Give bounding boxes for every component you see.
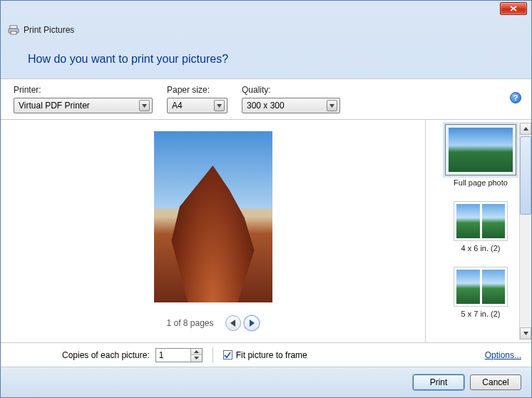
printer-label: Printer: (14, 85, 153, 95)
print-pictures-window: Print Pictures How do you want to print … (0, 0, 532, 398)
paper-size-group: Paper size: A4 (167, 85, 227, 113)
chevron-down-icon (327, 100, 337, 111)
footer: Print Cancel (1, 367, 531, 397)
quality-combo[interactable]: 300 x 300 (242, 98, 340, 113)
paper-size-label: Paper size: (167, 85, 227, 95)
printer-combo[interactable]: Virtual PDF Printer (14, 98, 153, 113)
printer-group: Printer: Virtual PDF Printer (14, 85, 153, 113)
svg-marker-9 (523, 332, 528, 335)
svg-rect-0 (10, 26, 17, 29)
chevron-down-icon (139, 100, 150, 111)
layout-full-page[interactable]: Full page photo (433, 124, 528, 187)
pager-row: 1 of 8 pages (166, 315, 259, 331)
scroll-thumb[interactable] (520, 136, 531, 215)
paper-size-value: A4 (172, 101, 183, 111)
print-button[interactable]: Print (413, 374, 464, 390)
mid-row: 1 of 8 pages Full page photo 4 x 6 in. (1, 120, 531, 343)
layout-label: 5 x 7 in. (2) (461, 310, 500, 318)
printer-icon (8, 25, 19, 35)
printer-value: Virtual PDF Printer (19, 101, 90, 111)
window-title: Print Pictures (24, 25, 74, 35)
titlebar (1, 1, 531, 21)
svg-marker-7 (250, 320, 255, 327)
chevron-right-icon (249, 320, 255, 327)
question-text: How do you want to print your pictures? (28, 53, 228, 66)
copies-bar: Copies of each picture: Fit picture to f… (1, 343, 531, 367)
close-button[interactable] (500, 2, 527, 15)
scroll-up-button[interactable] (520, 123, 531, 135)
layouts-pane: Full page photo 4 x 6 in. (2) 5 x 7 in. … (426, 120, 531, 342)
svg-marker-8 (523, 127, 528, 131)
copies-spinner[interactable] (155, 348, 203, 362)
paper-size-combo[interactable]: A4 (167, 98, 227, 113)
fit-to-frame-label: Fit picture to frame (236, 350, 307, 360)
svg-marker-5 (329, 104, 334, 108)
quality-label: Quality: (242, 85, 340, 95)
svg-marker-11 (194, 357, 199, 359)
chevron-down-icon (214, 100, 225, 111)
svg-rect-2 (11, 31, 16, 34)
window-header: Print Pictures (1, 21, 531, 39)
layout-thumb (454, 267, 508, 307)
scroll-down-button[interactable] (520, 327, 531, 340)
scroll-track[interactable] (520, 215, 531, 327)
preview-pane: 1 of 8 pages (1, 120, 426, 342)
controls-bar: Printer: Virtual PDF Printer Paper size:… (1, 79, 531, 120)
copies-input[interactable] (156, 349, 190, 362)
check-icon (224, 352, 231, 359)
quality-value: 300 x 300 (247, 101, 285, 111)
quality-group: Quality: 300 x 300 (242, 85, 340, 113)
svg-marker-10 (194, 350, 199, 353)
svg-marker-6 (230, 320, 235, 327)
divider (213, 347, 213, 363)
layout-thumb (445, 124, 516, 175)
layout-thumb (454, 201, 508, 241)
pager-text: 1 of 8 pages (166, 318, 213, 328)
prev-page-button[interactable] (225, 315, 241, 331)
cancel-button[interactable]: Cancel (470, 374, 521, 390)
chevron-left-icon (230, 320, 236, 327)
fit-to-frame-checkbox[interactable]: Fit picture to frame (223, 350, 307, 360)
layouts-scrollbar[interactable] (519, 123, 531, 340)
layout-label: 4 x 6 in. (2) (461, 244, 500, 252)
options-link[interactable]: Options... (485, 350, 521, 360)
question-band: How do you want to print your pictures? (1, 39, 531, 79)
preview-image (154, 131, 272, 302)
layout-4x6[interactable]: 4 x 6 in. (2) (433, 201, 528, 252)
checkbox-box (223, 350, 232, 359)
layout-label: Full page photo (454, 178, 508, 187)
layout-5x7[interactable]: 5 x 7 in. (2) (433, 267, 528, 318)
spin-down-button[interactable] (191, 355, 202, 362)
copies-label: Copies of each picture: (62, 350, 150, 360)
next-page-button[interactable] (244, 315, 260, 331)
help-icon[interactable]: ? (510, 92, 521, 103)
close-icon (510, 6, 517, 11)
svg-marker-4 (217, 104, 222, 108)
spin-up-button[interactable] (191, 349, 202, 356)
svg-marker-3 (142, 104, 147, 108)
